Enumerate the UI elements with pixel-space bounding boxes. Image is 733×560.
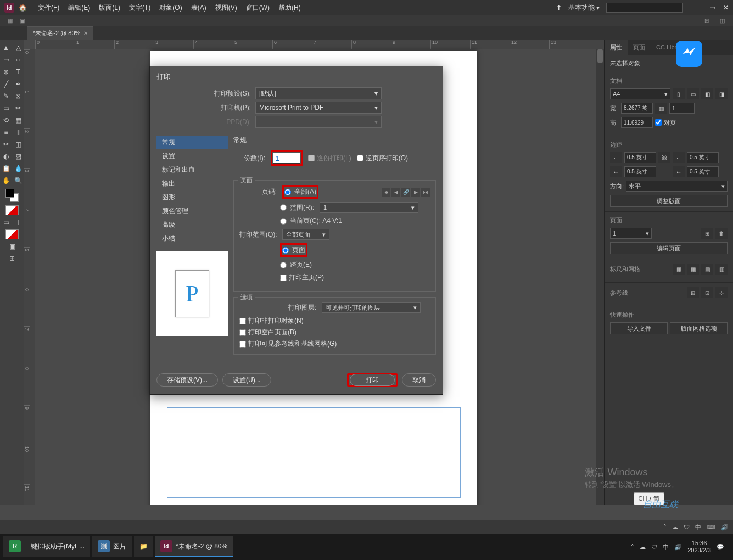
- menu-table[interactable]: 表(A): [187, 3, 211, 13]
- width-field[interactable]: 8.2677 英: [621, 103, 653, 114]
- doc-grid-icon[interactable]: ▥: [715, 264, 728, 275]
- sidebar-item-general[interactable]: 常规: [156, 136, 228, 149]
- container-format[interactable]: ▭: [0, 216, 12, 228]
- search-input[interactable]: [606, 3, 683, 13]
- sidebar-item-output[interactable]: 输出: [156, 177, 228, 191]
- screen-mode[interactable]: ▣: [0, 240, 24, 253]
- save-preset-button[interactable]: 存储预设(V)...: [156, 373, 218, 387]
- notifications-icon[interactable]: 💬: [717, 544, 724, 551]
- copies-input[interactable]: [273, 153, 300, 164]
- tray-cloud-icon[interactable]: ☁: [672, 524, 678, 531]
- menu-object[interactable]: 对象(O): [155, 3, 186, 13]
- height-field[interactable]: 11.6929: [621, 117, 653, 128]
- free-transform[interactable]: ◫: [12, 138, 24, 150]
- print-button[interactable]: 打印: [350, 374, 395, 386]
- taskbar-item[interactable]: 🖼 图片: [92, 536, 132, 557]
- sidebar-item-setup[interactable]: 设置: [156, 149, 228, 163]
- nav-first-icon[interactable]: ⏮: [382, 188, 390, 197]
- tray-up-icon[interactable]: ˄: [631, 544, 634, 551]
- print-guides-checkbox[interactable]: 打印可见参考线和基线网格(G): [239, 339, 430, 349]
- scissors-tool[interactable]: ✂: [12, 102, 24, 114]
- taskbar-item[interactable]: 📁: [134, 536, 153, 557]
- orientation-landscape-icon[interactable]: ▭: [687, 88, 699, 99]
- close-icon[interactable]: ✕: [723, 4, 729, 12]
- tab-close-icon[interactable]: ✕: [83, 30, 88, 36]
- setup-button[interactable]: 设置(U)...: [222, 373, 271, 387]
- rect-frame-tool[interactable]: ⊠: [12, 90, 24, 102]
- pages-current-radio[interactable]: [280, 218, 287, 225]
- gradient-tool[interactable]: ▦: [12, 114, 24, 126]
- ctrl-icon[interactable]: ▣: [16, 17, 27, 25]
- tray-up-icon[interactable]: ˄: [663, 524, 667, 531]
- nav-prev-icon[interactable]: ◀: [391, 188, 400, 197]
- ctrl-icon[interactable]: ⊞: [701, 17, 712, 25]
- menu-view[interactable]: 视图(V): [211, 3, 242, 13]
- type-tool[interactable]: T: [12, 66, 24, 78]
- grid-icon[interactable]: ▦: [687, 264, 699, 275]
- pencil-tool[interactable]: ✎: [0, 90, 12, 102]
- smart-guides-icon[interactable]: ⊡: [701, 287, 713, 298]
- nav-link-icon[interactable]: 🔗: [401, 188, 410, 197]
- line-tool[interactable]: ╱: [0, 78, 12, 90]
- print-range-select[interactable]: 全部页面▾: [282, 229, 329, 240]
- reverse-order-checkbox[interactable]: 逆页序打印(O): [357, 154, 408, 163]
- menu-layout[interactable]: 版面(L): [94, 3, 125, 13]
- tray-volume-icon[interactable]: 🔊: [721, 524, 729, 531]
- menu-file[interactable]: 文件(F): [33, 3, 64, 13]
- transform-tool[interactable]: ⟲: [0, 114, 12, 126]
- apply-none[interactable]: [5, 229, 19, 239]
- page-tool[interactable]: ▭: [0, 54, 12, 66]
- layout-grid-button[interactable]: 版面网格选项: [670, 322, 728, 334]
- page-number-select[interactable]: 1▾: [610, 228, 652, 239]
- workspace-switcher[interactable]: 基本功能 ▾: [568, 3, 600, 13]
- hand-tool[interactable]: ✋: [0, 175, 12, 187]
- taskbar-item[interactable]: Id *未命名-2 @ 80%: [155, 536, 233, 557]
- sidebar-item-color[interactable]: 颜色管理: [156, 204, 228, 218]
- note-tool[interactable]: 📋: [0, 163, 12, 175]
- gradient-feather[interactable]: ▨: [12, 150, 24, 163]
- tray-volume-icon[interactable]: 🔊: [674, 544, 682, 551]
- tray-security-icon[interactable]: 🛡: [684, 524, 690, 530]
- nav-next-icon[interactable]: ▶: [411, 188, 420, 197]
- maximize-icon[interactable]: ▭: [709, 4, 715, 12]
- print-preset-select[interactable]: [默认]▾: [255, 87, 382, 99]
- delete-page-icon[interactable]: 🗑: [715, 228, 728, 239]
- menu-edit[interactable]: 编辑(E): [64, 3, 94, 13]
- menu-type[interactable]: 文字(T): [125, 3, 155, 13]
- menu-help[interactable]: 帮助(H): [274, 3, 305, 13]
- master-pages-checkbox[interactable]: 打印主页(P): [280, 273, 324, 282]
- adjust-layout-button[interactable]: 调整版面: [610, 195, 728, 207]
- numpages-field[interactable]: 1: [669, 103, 695, 114]
- page-range-select[interactable]: 1▾: [320, 202, 418, 213]
- eyedropper-tool[interactable]: 💧: [12, 163, 24, 175]
- margin-bottom-field[interactable]: 0.5 英寸: [624, 166, 656, 177]
- margin-top-field[interactable]: 0.5 英寸: [624, 152, 656, 163]
- pages-range-radio[interactable]: [280, 204, 287, 211]
- edit-page-button[interactable]: 编辑页面: [610, 242, 728, 254]
- link-margins-icon[interactable]: ⛓: [658, 152, 670, 163]
- add-page-icon[interactable]: ⊞: [701, 228, 713, 239]
- margin-left-field[interactable]: 0.5 英寸: [687, 152, 719, 163]
- spreads-pages-radio[interactable]: [282, 247, 289, 254]
- baseline-icon[interactable]: ▤: [701, 264, 713, 275]
- direct-selection-tool[interactable]: △: [12, 42, 24, 54]
- print-nonprinting-checkbox[interactable]: 打印非打印对象(N): [239, 316, 430, 326]
- facing-pages-checkbox[interactable]: 对页: [655, 119, 676, 127]
- tray-keyboard-icon[interactable]: ⌨: [707, 524, 715, 531]
- rect-tool[interactable]: ▭: [0, 102, 12, 114]
- selection-tool[interactable]: ▲: [0, 42, 12, 54]
- tray-security-icon[interactable]: 🛡: [651, 544, 657, 550]
- page-preset-select[interactable]: A4▾: [610, 88, 670, 99]
- gradient-swatch[interactable]: ◐: [0, 150, 12, 163]
- ruler-icon[interactable]: ▦: [673, 264, 685, 275]
- fill-stroke-swatch[interactable]: [5, 189, 19, 202]
- menu-window[interactable]: 窗口(W): [242, 3, 274, 13]
- bind-right-icon[interactable]: ◨: [715, 88, 728, 99]
- panel-tab-properties[interactable]: 属性: [605, 40, 628, 55]
- margin-right-field[interactable]: 0.5 英寸: [687, 166, 719, 177]
- ctrl-icon[interactable]: ◫: [717, 17, 728, 25]
- taskbar-item[interactable]: R 一键排版助手(MyE...: [3, 536, 90, 557]
- scissors-icon[interactable]: ✂: [0, 138, 12, 150]
- content-tool[interactable]: ⊕: [0, 66, 12, 78]
- gap-tool[interactable]: ↔: [12, 54, 24, 66]
